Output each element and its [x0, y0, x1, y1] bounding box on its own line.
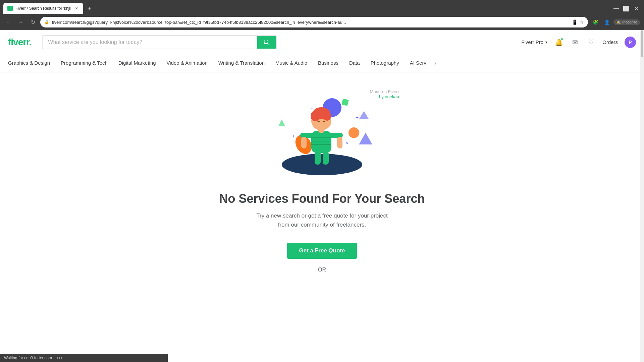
status-dots: [57, 357, 62, 359]
header-right: Fiverr Pro ▾ 🔔 ✉ ♡ Orders P: [521, 37, 636, 48]
tab-nav-buttons: — ⬜ ✕: [612, 4, 644, 13]
incognito-label: Incognito: [622, 20, 637, 24]
favorites-button[interactable]: ♡: [586, 38, 596, 47]
nav-item-ai[interactable]: AI Serv: [405, 55, 432, 72]
browser-toolbar: ← → ↻ 🔒 fiverr.com/search/gigs?query=khj…: [0, 14, 644, 30]
back-button[interactable]: ←: [4, 17, 13, 27]
svg-point-24: [323, 111, 331, 121]
svg-text:×: ×: [345, 140, 348, 145]
nav-item-writing[interactable]: Writing & Translation: [213, 55, 270, 72]
profile-btn[interactable]: 👤: [602, 17, 611, 27]
refresh-button[interactable]: ↻: [28, 17, 38, 27]
cast-icon[interactable]: 📱: [572, 19, 578, 25]
tab-nav-maximize[interactable]: ⬜: [622, 4, 631, 13]
avatar[interactable]: P: [625, 37, 636, 48]
nav-item-video[interactable]: Video & Animation: [161, 55, 213, 72]
get-free-quote-button[interactable]: Get a Free Quote: [287, 243, 357, 259]
active-tab[interactable]: f Fiverr / Search Results for 'khjk ×: [3, 3, 83, 14]
notification-dot: [560, 38, 564, 41]
nav-item-programming[interactable]: Programming & Tech: [55, 55, 113, 72]
fiverr-pro-button[interactable]: Fiverr Pro ▾: [521, 39, 547, 45]
empty-state-illustration: + + + × ×: [252, 86, 392, 180]
svg-marker-0: [278, 119, 285, 126]
status-dot-1: [57, 357, 58, 359]
made-on-fiverr-text: Made on Fiverr: [370, 89, 399, 94]
new-tab-button[interactable]: +: [85, 4, 94, 13]
incognito-icon: 🕵: [616, 20, 621, 24]
made-on-fiverr-badge: Made on Fiverr by onekaa: [370, 89, 399, 99]
nav-item-photography[interactable]: Photography: [365, 55, 405, 72]
tab-nav-close[interactable]: ✕: [632, 4, 641, 13]
illustration-container: Made on Fiverr by onekaa + + + × ×: [252, 86, 392, 181]
scrollbar-thumb[interactable]: [641, 30, 643, 57]
notifications-button[interactable]: 🔔: [554, 38, 564, 47]
orders-link[interactable]: Orders: [602, 39, 618, 45]
svg-rect-13: [315, 151, 321, 165]
extensions-btn[interactable]: 🧩: [591, 17, 600, 27]
site-header: fiverr. Fiverr Pro ▾ 🔔 ✉ ♡ Orders P: [0, 30, 644, 54]
search-button[interactable]: [257, 36, 276, 49]
url-text: fiverr.com/search/gigs?query=khjkfvoice%…: [52, 20, 569, 25]
svg-rect-18: [301, 137, 307, 148]
subtitle-line1: Try a new search or get a free quote for…: [256, 213, 388, 219]
toolbar-actions: 🧩 👤 🕵 Incognito: [591, 17, 640, 27]
svg-point-23: [311, 111, 320, 121]
main-content: Made on Fiverr by onekaa + + + × ×: [0, 72, 644, 286]
search-input[interactable]: [43, 36, 257, 49]
tab-favicon: f: [7, 6, 13, 11]
tab-title: Fiverr / Search Results for 'khjk: [15, 6, 71, 11]
svg-text:+: +: [292, 133, 295, 139]
tab-close-button[interactable]: ×: [74, 6, 79, 11]
nav-item-graphics[interactable]: Graphics & Design: [8, 55, 55, 72]
nav-item-digital-marketing[interactable]: Digital Marketing: [113, 55, 161, 72]
site-content: fiverr. Fiverr Pro ▾ 🔔 ✉ ♡ Orders P: [0, 30, 644, 286]
status-text: Waiting for cdn3.forter.com...: [4, 356, 55, 360]
nav-item-music[interactable]: Music & Audio: [270, 55, 313, 72]
nav-item-data[interactable]: Data: [344, 55, 365, 72]
lock-icon: 🔒: [44, 20, 49, 24]
svg-point-10: [348, 127, 359, 138]
svg-marker-1: [359, 111, 369, 119]
svg-rect-16: [300, 133, 314, 138]
fiverr-logo[interactable]: fiverr.: [8, 37, 31, 48]
svg-rect-14: [323, 151, 329, 165]
status-dot-2: [59, 357, 60, 359]
search-bar: [42, 35, 277, 49]
site-nav: Graphics & Design Programming & Tech Dig…: [0, 54, 644, 72]
address-bar[interactable]: 🔒 fiverr.com/search/gigs?query=khjkfvoic…: [40, 17, 588, 27]
svg-marker-11: [359, 133, 372, 144]
no-services-subtitle: Try a new search or get a free quote for…: [256, 211, 388, 229]
status-dot-3: [61, 357, 62, 359]
or-divider: OR: [318, 267, 326, 273]
svg-point-12: [282, 154, 362, 175]
fiverr-pro-label: Fiverr Pro: [521, 39, 543, 45]
browser-tabs: f Fiverr / Search Results for 'khjk × + …: [0, 0, 644, 14]
forward-button[interactable]: →: [16, 17, 25, 27]
svg-rect-15: [311, 131, 331, 153]
made-by-text: by onekaa: [370, 94, 399, 99]
incognito-badge[interactable]: 🕵 Incognito: [613, 19, 640, 25]
no-services-title: No Services Found For Your Search: [219, 192, 425, 206]
address-actions: 📱 ☆: [572, 19, 584, 25]
nav-more-button[interactable]: ›: [432, 54, 439, 72]
nav-item-business[interactable]: Business: [313, 55, 344, 72]
tab-nav-minimize[interactable]: —: [612, 4, 621, 13]
subtitle-line2: from our community of freelancers.: [278, 222, 366, 228]
chevron-down-icon: ▾: [545, 40, 547, 45]
status-bar: Waiting for cdn3.forter.com...: [0, 354, 168, 362]
messages-button[interactable]: ✉: [570, 38, 580, 47]
svg-rect-3: [341, 99, 349, 106]
svg-rect-19: [337, 137, 342, 148]
scrollbar-track[interactable]: [640, 30, 644, 362]
browser-chrome: f Fiverr / Search Results for 'khjk × + …: [0, 0, 644, 30]
search-icon: [263, 39, 270, 46]
bookmark-icon[interactable]: ☆: [580, 19, 584, 25]
svg-text:+: +: [356, 115, 359, 120]
